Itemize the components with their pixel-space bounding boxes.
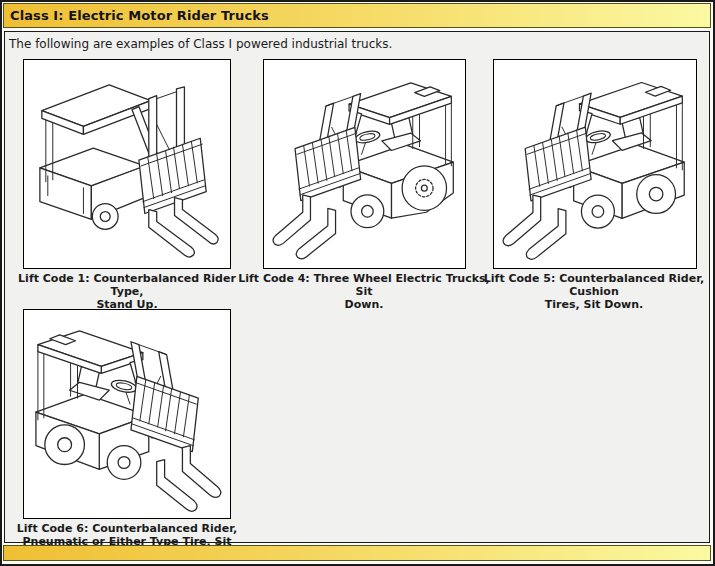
caption-line: Lift Code 4: Three Wheel Electric Trucks… [236, 272, 492, 298]
pneumatic-tire-forklift-illustration [28, 314, 226, 514]
caption-line: Tires, Sit Down. [477, 298, 711, 311]
three-wheel-forklift-illustration [268, 64, 461, 264]
figure-box-lift-code-4 [263, 59, 466, 269]
caption-line: Lift Code 6: Counterbalanced Rider, [7, 522, 247, 535]
figure-box-lift-code-1 [23, 59, 231, 269]
caption-line: Lift Code 5: Counterbalanced Rider, Cush… [477, 272, 711, 298]
caption-line: Down. [236, 298, 492, 311]
caption-lift-code-4: Lift Code 4: Three Wheel Electric Trucks… [236, 272, 492, 311]
caption-lift-code-5: Lift Code 5: Counterbalanced Rider, Cush… [477, 272, 711, 311]
cushion-tire-forklift-illustration [498, 64, 692, 264]
page: Class I: Electric Motor Rider Trucks The… [0, 0, 715, 566]
standup-forklift-illustration [28, 64, 226, 264]
page-title: Class I: Electric Motor Rider Trucks [10, 8, 269, 23]
intro-text: The following are examples of Class I po… [9, 37, 392, 51]
caption-line: Stand Up. [7, 298, 247, 311]
caption-line: Lift Code 1: Counterbalanced Rider Type, [7, 272, 247, 298]
title-bar: Class I: Electric Motor Rider Trucks [3, 3, 711, 28]
figure-box-lift-code-5 [493, 59, 697, 269]
footer-bar [3, 545, 711, 561]
content-panel: The following are examples of Class I po… [4, 31, 710, 543]
caption-lift-code-1: Lift Code 1: Counterbalanced Rider Type,… [7, 272, 247, 311]
figure-box-lift-code-6 [23, 309, 231, 519]
